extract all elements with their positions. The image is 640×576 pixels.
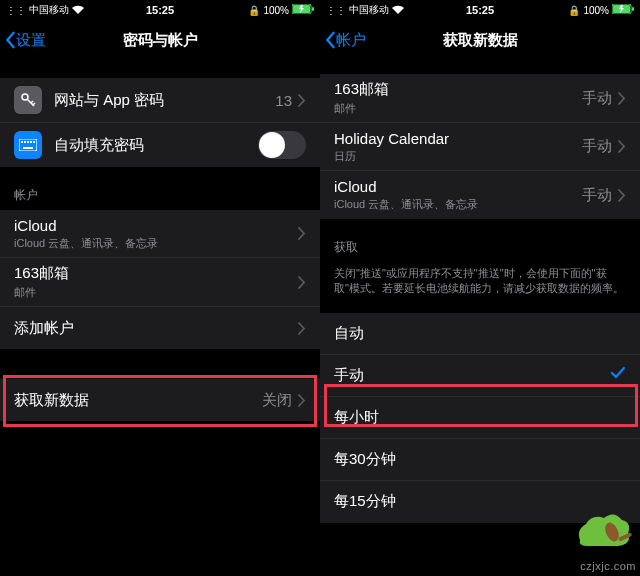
account-fetch-row[interactable]: 163邮箱 邮件 手动 xyxy=(320,74,640,123)
account-mode: 手动 xyxy=(582,89,612,108)
account-mode: 手动 xyxy=(582,137,612,156)
lock-icon: 🔒 xyxy=(248,5,260,16)
chevron-right-icon xyxy=(298,94,306,107)
account-sub: iCloud 云盘、通讯录、备忘录 xyxy=(14,236,298,251)
svg-rect-2 xyxy=(312,7,314,11)
svg-rect-9 xyxy=(33,141,35,143)
back-label: 帐户 xyxy=(336,31,366,50)
option-label: 手动 xyxy=(334,366,610,385)
account-row-icloud[interactable]: iCloud iCloud 云盘、通讯录、备忘录 xyxy=(0,210,320,258)
row-label: 添加帐户 xyxy=(14,319,298,338)
back-label: 设置 xyxy=(16,31,46,50)
svg-rect-4 xyxy=(19,139,37,151)
status-bar: ⋮⋮ 中国移动 15:25 🔒 100% xyxy=(0,0,320,20)
chevron-right-icon xyxy=(298,394,306,407)
screen-fetch-new-data: ⋮⋮ 中国移动 15:25 🔒 100% 帐户 获取新数据 163邮箱 邮件 xyxy=(320,0,640,576)
chevron-right-icon xyxy=(618,189,626,202)
back-button[interactable]: 设置 xyxy=(0,31,46,50)
page-title: 获取新数据 xyxy=(443,31,518,50)
battery-icon xyxy=(612,4,634,16)
svg-rect-10 xyxy=(23,147,33,149)
carrier-label: 中国移动 xyxy=(349,3,389,17)
row-autofill-passwords[interactable]: 自动填充密码 xyxy=(0,123,320,167)
account-label: 163邮箱 xyxy=(334,80,582,99)
autofill-toggle[interactable] xyxy=(258,131,306,159)
row-label: 自动填充密码 xyxy=(54,136,258,155)
option-label: 自动 xyxy=(334,324,626,343)
chevron-right-icon xyxy=(298,227,306,240)
lock-icon: 🔒 xyxy=(568,5,580,16)
account-mode: 手动 xyxy=(582,186,612,205)
page-title: 密码与帐户 xyxy=(123,31,198,50)
account-label: Holiday Calendar xyxy=(334,130,582,147)
account-row-163[interactable]: 163邮箱 邮件 xyxy=(0,258,320,307)
signal-icon: ⋮⋮ xyxy=(6,5,26,16)
chevron-right-icon xyxy=(618,140,626,153)
svg-rect-6 xyxy=(24,141,26,143)
row-label: 获取新数据 xyxy=(14,391,262,410)
fetch-note: 关闭"推送"或应用程序不支持"推送"时，会使用下面的"获取"模式。若要延长电池续… xyxy=(320,262,640,305)
fetch-option-manual[interactable]: 手动 xyxy=(320,355,640,397)
status-time: 15:25 xyxy=(146,4,174,16)
group-fetch: 获取新数据 关闭 xyxy=(0,379,320,421)
account-label: 163邮箱 xyxy=(14,264,298,283)
row-value: 13 xyxy=(275,92,292,109)
row-label: 网站与 App 密码 xyxy=(54,91,275,110)
svg-rect-5 xyxy=(21,141,23,143)
row-value: 关闭 xyxy=(262,391,292,410)
svg-rect-13 xyxy=(632,7,634,11)
nav-bar: 设置 密码与帐户 xyxy=(0,20,320,60)
group-accounts: iCloud iCloud 云盘、通讯录、备忘录 163邮箱 邮件 添加帐户 xyxy=(0,210,320,349)
toggle-knob xyxy=(259,132,285,158)
account-fetch-row[interactable]: iCloud iCloud 云盘、通讯录、备忘录 手动 xyxy=(320,171,640,219)
checkmark-icon xyxy=(610,365,626,385)
chevron-right-icon xyxy=(298,276,306,289)
screen-passwords-accounts: ⋮⋮ 中国移动 15:25 🔒 100% 设置 密码与帐户 网站与 App 密码 xyxy=(0,0,320,576)
option-label: 每30分钟 xyxy=(334,450,626,469)
row-website-app-passwords[interactable]: 网站与 App 密码 13 xyxy=(0,78,320,123)
chevron-right-icon xyxy=(298,322,306,335)
chevron-right-icon xyxy=(618,92,626,105)
wifi-icon xyxy=(392,5,404,16)
account-fetch-row[interactable]: Holiday Calendar 日历 手动 xyxy=(320,123,640,171)
fetch-new-data-row[interactable]: 获取新数据 关闭 xyxy=(0,379,320,421)
option-label: 每15分钟 xyxy=(334,492,626,511)
keyboard-icon xyxy=(14,131,42,159)
battery-pct: 100% xyxy=(583,5,609,16)
add-account-row[interactable]: 添加帐户 xyxy=(0,307,320,349)
key-icon xyxy=(14,86,42,114)
signal-icon: ⋮⋮ xyxy=(326,5,346,16)
account-label: iCloud xyxy=(14,217,298,234)
battery-pct: 100% xyxy=(263,5,289,16)
watermark-text: czjxjc.com xyxy=(580,560,636,572)
site-logo-icon xyxy=(574,510,634,558)
back-button[interactable]: 帐户 xyxy=(320,31,366,50)
carrier-label: 中国移动 xyxy=(29,3,69,17)
fetch-option-auto[interactable]: 自动 xyxy=(320,313,640,355)
fetch-option-hourly[interactable]: 每小时 xyxy=(320,397,640,439)
option-label: 每小时 xyxy=(334,408,626,427)
wifi-icon xyxy=(72,5,84,16)
account-sub: 邮件 xyxy=(14,285,298,300)
status-time: 15:25 xyxy=(466,4,494,16)
account-sub: 邮件 xyxy=(334,101,582,116)
status-bar: ⋮⋮ 中国移动 15:25 🔒 100% xyxy=(320,0,640,20)
group-passwords: 网站与 App 密码 13 自动填充密码 xyxy=(0,78,320,167)
section-header-accounts: 帐户 xyxy=(0,167,320,210)
group-fetch-options: 自动 手动 每小时 每30分钟 每15分钟 xyxy=(320,313,640,523)
battery-icon xyxy=(292,4,314,16)
account-sub: iCloud 云盘、通讯录、备忘录 xyxy=(334,197,582,212)
account-sub: 日历 xyxy=(334,149,582,164)
group-accounts-fetch: 163邮箱 邮件 手动 Holiday Calendar 日历 手动 iClou… xyxy=(320,74,640,219)
svg-rect-8 xyxy=(30,141,32,143)
nav-bar: 帐户 获取新数据 xyxy=(320,20,640,60)
fetch-option-30min[interactable]: 每30分钟 xyxy=(320,439,640,481)
svg-rect-7 xyxy=(27,141,29,143)
account-label: iCloud xyxy=(334,178,582,195)
section-header-fetch: 获取 xyxy=(320,219,640,262)
